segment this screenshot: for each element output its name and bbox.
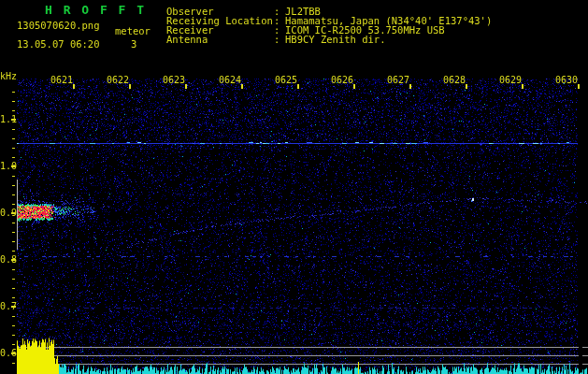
freq-tick-label-0.7: 0.7 xyxy=(0,301,11,311)
freq-tick-label-0.8: 0.8 xyxy=(0,254,11,265)
mode-label: meteor xyxy=(115,26,151,36)
time-tick-label-0622: 0622 xyxy=(105,75,129,85)
app-title: H R O F F T xyxy=(45,4,146,16)
datetime-label: 13.05.07 06:20 xyxy=(17,39,100,50)
time-tick-label-0624: 0624 xyxy=(217,75,241,85)
freq-axis-unit: kHz xyxy=(0,72,17,81)
time-tick-label-0623: 0623 xyxy=(161,75,185,85)
info-line-antenna: Antenna: HB9CY Zenith dir. xyxy=(166,35,492,44)
hrofft-screen: H R O F F T 1305070620.png meteor 13.05.… xyxy=(0,0,588,374)
info-label: Antenna xyxy=(166,35,274,44)
spectrogram-canvas xyxy=(0,0,588,374)
freq-tick-label-0.6: 0.6 xyxy=(0,348,11,358)
info-colon: : xyxy=(274,35,285,44)
info-value: HB9CY Zenith dir. xyxy=(285,35,385,44)
freq-tick-label-0.9: 0.9 xyxy=(0,208,11,218)
time-tick-label-0627: 0627 xyxy=(385,75,409,85)
echo-count: 3 xyxy=(131,39,136,50)
time-tick-label-0621: 0621 xyxy=(49,75,73,85)
station-info-block: Observer: JL2TBBReceiving Location: Hama… xyxy=(166,7,492,44)
time-tick-label-0626: 0626 xyxy=(329,75,353,85)
freq-tick-label-1.1: 1.1 xyxy=(0,114,11,124)
freq-tick-label-1.0: 1.0 xyxy=(0,161,11,171)
time-tick-label-0625: 0625 xyxy=(273,75,297,85)
time-tick-label-0628: 0628 xyxy=(441,75,466,85)
time-tick-label-0630: 0630 xyxy=(553,75,578,85)
filename-label: 1305070620.png xyxy=(17,21,100,31)
time-tick-label-0629: 0629 xyxy=(497,75,522,85)
